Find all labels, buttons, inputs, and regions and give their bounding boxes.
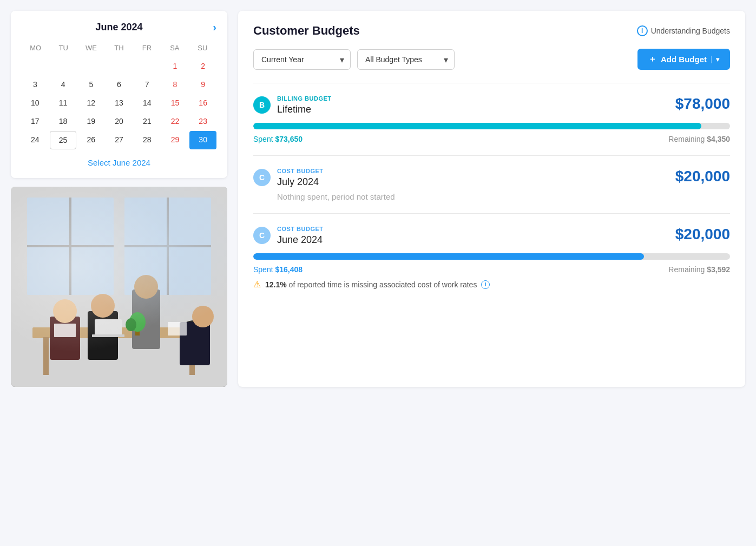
- calendar-day[interactable]: 12: [77, 94, 104, 111]
- calendar-day[interactable]: 9: [189, 76, 216, 93]
- calendar-day[interactable]: 2: [189, 57, 216, 75]
- add-icon: ＋: [648, 54, 656, 64]
- calendar-next-button[interactable]: ›: [213, 21, 216, 34]
- svg-rect-8: [43, 337, 49, 375]
- progress-bar-wrapper: [253, 253, 730, 260]
- page-title: Customer Budgets: [253, 24, 360, 38]
- svg-rect-1: [27, 198, 114, 295]
- calendar-day[interactable]: 23: [189, 113, 216, 130]
- calendar-day[interactable]: 16: [189, 94, 216, 111]
- weekday-we: WE: [77, 42, 105, 54]
- add-budget-dropdown-arrow[interactable]: ▾: [711, 56, 719, 63]
- svg-rect-9: [189, 337, 195, 375]
- weekday-sa: SA: [161, 42, 188, 54]
- weekday-tu: TU: [49, 42, 77, 54]
- budget-header: C COST BUDGET June 2024 $20,000: [253, 226, 730, 246]
- svg-rect-7: [32, 327, 206, 338]
- calendar-day[interactable]: 4: [50, 76, 77, 93]
- spent-label: Spent $16,408: [253, 265, 303, 274]
- calendar-day[interactable]: 19: [77, 113, 104, 130]
- calendar-day[interactable]: [22, 57, 49, 75]
- calendar-grid: MO TU WE TH FR SA SU 1234567891011121314…: [22, 42, 216, 149]
- calendar-day[interactable]: 11: [50, 94, 77, 111]
- calendar-day[interactable]: 3: [22, 76, 49, 93]
- filters-row: Current Year Previous Year Next Year All…: [253, 49, 730, 70]
- calendar-day[interactable]: 10: [22, 94, 49, 111]
- calendar-day[interactable]: 15: [162, 94, 189, 111]
- calendar-day[interactable]: 13: [106, 94, 133, 111]
- svg-point-10: [50, 317, 80, 338]
- year-filter-wrapper: Current Year Previous Year Next Year: [253, 49, 351, 70]
- office-image-bg: [11, 187, 227, 387]
- type-filter[interactable]: All Budget Types Billing Budget Cost Bud…: [357, 49, 455, 70]
- budget-section-billing: B BILLING BUDGET Lifetime $78,000 Spent …: [253, 83, 730, 155]
- budget-type-label: COST BUDGET: [277, 226, 675, 232]
- calendar-days: 1234567891011121314151617181920212223242…: [22, 57, 216, 149]
- budget-type-label: BILLING BUDGET: [277, 95, 675, 102]
- warning-icon: ⚠: [253, 279, 261, 290]
- svg-point-12: [53, 299, 77, 323]
- budget-type-icon: C: [253, 227, 271, 244]
- calendar-weekdays: MO TU WE TH FR SA SU: [22, 42, 216, 54]
- calendar-day[interactable]: 26: [77, 131, 104, 149]
- calendar-day[interactable]: 24: [22, 131, 49, 149]
- select-month-link[interactable]: Select June 2024: [22, 158, 216, 167]
- budget-header: C COST BUDGET July 2024 $20,000: [253, 168, 730, 188]
- remaining-label: Remaining $3,592: [668, 265, 730, 274]
- add-budget-button[interactable]: ＋ Add Budget ▾: [637, 49, 730, 70]
- budget-amount: $78,000: [675, 95, 730, 113]
- svg-rect-0: [11, 187, 227, 387]
- calendar-day[interactable]: 18: [50, 113, 77, 130]
- calendar-day[interactable]: 7: [134, 76, 161, 93]
- calendar-day[interactable]: 30: [189, 131, 216, 149]
- calendar-day[interactable]: 28: [134, 131, 161, 149]
- spent-label: Spent $73,650: [253, 135, 303, 143]
- svg-rect-28: [168, 322, 187, 336]
- svg-point-16: [132, 295, 160, 317]
- weekday-mo: MO: [22, 42, 49, 54]
- svg-point-26: [126, 318, 136, 331]
- budget-type-label: COST BUDGET: [277, 168, 675, 174]
- calendar-day[interactable]: 5: [77, 76, 104, 93]
- calendar-day[interactable]: 21: [134, 113, 161, 130]
- calendar-card: June 2024 › MO TU WE TH FR SA SU 1234567…: [11, 11, 227, 178]
- progress-bar-wrapper: [253, 123, 730, 129]
- budgets-container: B BILLING BUDGET Lifetime $78,000 Spent …: [253, 83, 730, 301]
- budget-stats: Spent $73,650 Remaining $4,350: [253, 135, 730, 143]
- left-panel: June 2024 › MO TU WE TH FR SA SU 1234567…: [11, 11, 227, 387]
- type-filter-wrapper: All Budget Types Billing Budget Cost Bud…: [357, 49, 455, 70]
- progress-bar-fill: [253, 123, 701, 129]
- calendar-day[interactable]: 29: [162, 131, 189, 149]
- weekday-su: SU: [189, 42, 216, 54]
- main-container: June 2024 › MO TU WE TH FR SA SU 1234567…: [11, 11, 745, 387]
- svg-rect-23: [92, 334, 124, 337]
- budget-stats: Spent $16,408 Remaining $3,592: [253, 265, 730, 274]
- svg-rect-24: [135, 325, 140, 336]
- understanding-budgets-link[interactable]: i Understanding Budgets: [637, 25, 730, 36]
- calendar-day[interactable]: [77, 57, 104, 75]
- calendar-day[interactable]: 6: [106, 76, 133, 93]
- svg-rect-14: [88, 311, 118, 360]
- svg-rect-2: [124, 198, 211, 295]
- calendar-day[interactable]: 14: [134, 94, 161, 111]
- office-image: [11, 187, 227, 387]
- warning-text: 12.1% of reported time is missing associ…: [265, 280, 477, 289]
- understanding-budgets-label: Understanding Budgets: [651, 27, 730, 35]
- calendar-day[interactable]: 8: [162, 76, 189, 93]
- calendar-day[interactable]: [134, 57, 161, 75]
- calendar-day[interactable]: [106, 57, 133, 75]
- calendar-day[interactable]: 27: [106, 131, 133, 149]
- year-filter[interactable]: Current Year Previous Year Next Year: [253, 49, 351, 70]
- svg-rect-20: [180, 322, 210, 365]
- calendar-day[interactable]: 25: [50, 131, 77, 149]
- svg-point-18: [134, 275, 158, 299]
- calendar-header: June 2024 ›: [22, 22, 216, 33]
- warning-info-icon[interactable]: i: [481, 280, 490, 289]
- calendar-day[interactable]: 1: [162, 57, 189, 75]
- calendar-day[interactable]: 20: [106, 113, 133, 130]
- calendar-day[interactable]: [50, 57, 77, 75]
- svg-point-13: [88, 311, 118, 333]
- calendar-day[interactable]: 17: [22, 113, 49, 130]
- calendar-day[interactable]: 22: [162, 113, 189, 130]
- budget-section-cost-june: C COST BUDGET June 2024 $20,000 Spent $1…: [253, 213, 730, 301]
